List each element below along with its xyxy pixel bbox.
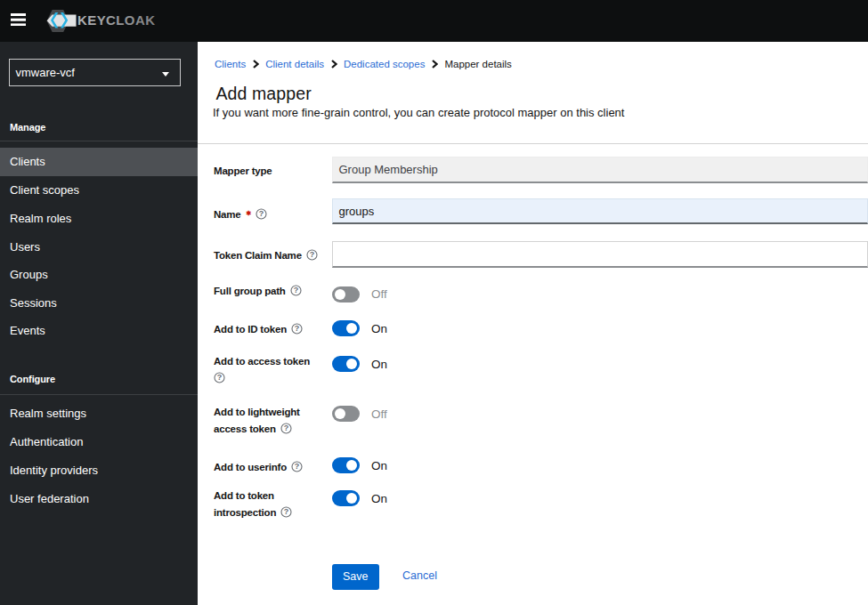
svg-text:?: ?: [295, 324, 299, 333]
svg-text:?: ?: [310, 250, 314, 259]
svg-text:?: ?: [284, 424, 288, 432]
svg-text:?: ?: [217, 373, 222, 382]
svg-text:?: ?: [295, 462, 299, 471]
svg-text:?: ?: [284, 507, 288, 516]
svg-text:?: ?: [259, 209, 264, 218]
svg-text:KEYCLOAK: KEYCLOAK: [77, 12, 155, 28]
svg-text:?: ?: [294, 286, 298, 294]
